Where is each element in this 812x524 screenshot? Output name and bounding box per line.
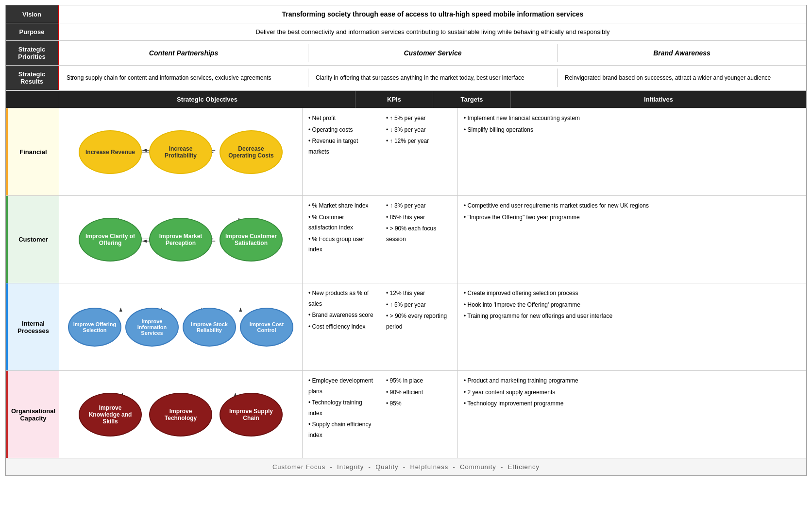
oval-supply-chain: Improve Supply Chain	[220, 393, 283, 437]
results-label: Strategic Results	[6, 66, 59, 90]
org-label: Organisational Capacity	[6, 371, 59, 458]
priorities-content: Content Partnerships Customer Service Br…	[59, 41, 806, 65]
priorities-list: Content Partnerships Customer Service Br…	[59, 44, 806, 62]
result-1: Strong supply chain for content and info…	[59, 69, 308, 87]
financial-row: Financial	[6, 108, 806, 195]
oval-stock-reliability: Improve Stock Reliability	[183, 308, 236, 347]
oval-offering-selection: Improve Offering Selection	[68, 308, 121, 347]
results-row: Strategic Results Strong supply chain fo…	[6, 66, 806, 90]
strategy-section: Strategic Objectives KPIs Targets Initia…	[6, 91, 806, 458]
priority-2: Customer Service	[308, 44, 557, 62]
financial-ovals: Increase Revenue Increase Profitability …	[64, 130, 297, 174]
priorities-label: Strategic Priorities	[6, 41, 59, 65]
org-row: Organisational Capacity Improve Knowledg	[6, 370, 806, 458]
financial-kpis: Net profit Operating costs Revenue in ta…	[302, 108, 380, 195]
internal-ovals: Improve Offering Selection Improve Infor…	[64, 308, 297, 347]
vision-content: Transforming society through ease of acc…	[59, 5, 806, 23]
oval-increase-profitability: Increase Profitability	[149, 130, 212, 174]
financial-targets: ↑ 5% per year ↓ 3% per year ↑ 12% per ye…	[380, 108, 457, 195]
results-content: Strong supply chain for content and info…	[59, 66, 806, 90]
oval-decrease-costs: Decrease Operating Costs	[220, 130, 283, 174]
oval-technology: Improve Technology	[149, 393, 212, 437]
customer-row: Customer	[6, 195, 806, 283]
internal-objectives: Improve Offering Selection Improve Infor…	[59, 283, 302, 370]
strategy-header: Strategic Objectives KPIs Targets Initia…	[6, 91, 806, 108]
oval-increase-revenue: Increase Revenue	[79, 130, 142, 174]
internal-initiatives: Create improved offering selection proce…	[457, 283, 806, 370]
purpose-content: Deliver the best connectivity and inform…	[59, 23, 806, 40]
priority-1: Content Partnerships	[59, 44, 308, 62]
result-2: Clarity in offering that surpasses anyth…	[308, 69, 557, 87]
sh-initiatives: Initiatives	[511, 91, 806, 108]
sh-targets: Targets	[433, 91, 511, 108]
priorities-row: Strategic Priorities Content Partnership…	[6, 41, 806, 66]
sh-kpis: KPIs	[355, 91, 433, 108]
top-section: Vision Transforming society through ease…	[6, 5, 806, 91]
footer: Customer Focus - Integrity - Quality - H…	[6, 458, 806, 475]
oval-clarity: Improve Clarity of Offering	[79, 218, 142, 262]
customer-label: Customer	[6, 196, 59, 283]
financial-initiatives: Implement new financial accounting syste…	[457, 108, 806, 195]
purpose-label: Purpose	[6, 23, 59, 40]
footer-values: Customer Focus - Integrity - Quality - H…	[272, 463, 540, 471]
purpose-row: Purpose Deliver the best connectivity an…	[6, 23, 806, 41]
org-ovals: Improve Knowledge and Skills Improve Tec…	[64, 393, 297, 437]
vision-row: Vision Transforming society through ease…	[6, 5, 806, 23]
org-kpis: Employee development plans Technology tr…	[302, 371, 380, 458]
sh-objectives: Strategic Objectives	[59, 91, 355, 108]
customer-ovals: Improve Clarity of Offering Improve Mark…	[64, 218, 297, 262]
main-container: Vision Transforming society through ease…	[5, 5, 807, 476]
internal-kpis: New products as % of sales Brand awarene…	[302, 283, 380, 370]
vision-label: Vision	[6, 5, 59, 23]
customer-targets: ↑ 3% per year 85% this year > 90% each f…	[380, 196, 457, 283]
oval-customer-satisfaction: Improve Customer Satisfaction	[220, 218, 283, 262]
customer-initiatives: Competitive end user requirements market…	[457, 196, 806, 283]
financial-objectives: Increase Revenue Increase Profitability …	[59, 108, 302, 195]
priority-3: Brand Awareness	[557, 44, 806, 62]
result-3: Reinvigorated brand based on successes, …	[557, 69, 806, 87]
oval-knowledge-skills: Improve Knowledge and Skills	[79, 393, 142, 437]
financial-label: Financial	[6, 108, 59, 195]
results-list: Strong supply chain for content and info…	[59, 69, 806, 87]
customer-kpis: % Market share index % Customer satisfac…	[302, 196, 380, 283]
org-targets: 95% in place 90% efficient 95%	[380, 371, 457, 458]
internal-row: Internal Processes Improve	[6, 283, 806, 370]
oval-market-perception: Improve Market Perception	[149, 218, 212, 262]
org-objectives: Improve Knowledge and Skills Improve Tec…	[59, 371, 302, 458]
org-initiatives: Product and marketing training programme…	[457, 371, 806, 458]
sh-empty	[6, 91, 59, 108]
oval-cost-control: Improve Cost Control	[240, 308, 293, 347]
internal-label: Internal Processes	[6, 283, 59, 370]
internal-targets: 12% this year ↑ 5% per year > 90% every …	[380, 283, 457, 370]
customer-objectives: Improve Clarity of Offering Improve Mark…	[59, 196, 302, 283]
oval-info-services: Improve Information Services	[125, 308, 179, 347]
